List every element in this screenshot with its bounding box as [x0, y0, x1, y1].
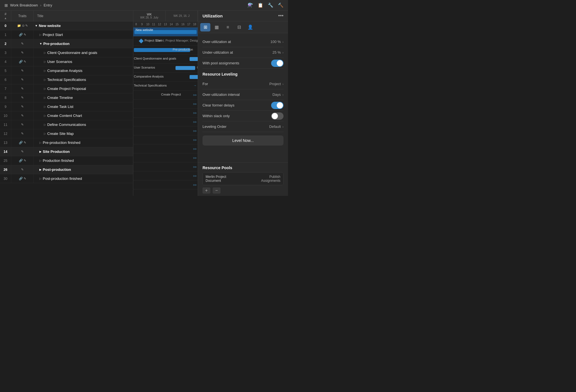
pools-toolbar: + −: [202, 185, 284, 196]
gantt-row[interactable]: User ScenariosCli...: [133, 64, 198, 72]
gantt-row[interactable]: >>: [133, 135, 198, 144]
task-row[interactable]: 6✎▷Technical Specifications: [0, 75, 133, 84]
export-icon[interactable]: 📋: [258, 3, 263, 8]
task-traits: ✎: [11, 111, 34, 120]
gantt-row[interactable]: >>: [133, 171, 198, 180]
task-row[interactable]: 5✎▷Comparative Analysis: [0, 66, 133, 75]
under-util-value-control[interactable]: 25 % ›: [273, 50, 284, 55]
gantt-row[interactable]: Client Questionnaire and goalsClient; Pr…: [133, 55, 198, 64]
task-traits: ✎: [11, 102, 34, 111]
clear-delays-toggle[interactable]: [271, 102, 284, 109]
task-list[interactable]: 0📁⊙✎▼New website1🔗✎▷Project Start2✎▼Pre-…: [0, 21, 133, 196]
leveling-order-control[interactable]: Default ›: [269, 124, 284, 129]
for-chevron: ›: [282, 82, 284, 86]
interval-chevron: ›: [282, 93, 284, 96]
gantt-row[interactable]: >>: [133, 99, 198, 108]
task-traits: ✎: [11, 84, 34, 93]
task-id: 4: [0, 57, 11, 66]
task-row[interactable]: 8✎▷Create Timeline: [0, 93, 133, 102]
gantt-row[interactable]: >>: [133, 144, 198, 153]
task-row[interactable]: 10✎▷Create Content Chart: [0, 111, 133, 120]
toolbar-controls-btn[interactable]: ⊞: [200, 23, 210, 31]
right-content: Over-utilization at 100 % › Under-utiliz…: [198, 33, 288, 162]
clear-delays-label: Clear former delays: [202, 103, 234, 107]
task-title: ▷Pre-production finished: [34, 141, 133, 145]
app-icon: ⊞: [4, 3, 8, 8]
gantt-row[interactable]: >>: [133, 126, 198, 135]
col-header-traits: Traits: [11, 11, 34, 21]
task-row[interactable]: 12✎▷Create Site Map: [0, 129, 133, 138]
task-id: 8: [0, 93, 11, 102]
triangle-icon: ▷: [39, 177, 42, 180]
within-slack-toggle[interactable]: [271, 112, 284, 120]
gantt-row[interactable]: Pre-production: [133, 46, 198, 55]
breadcrumb-root[interactable]: Work Breakdown: [10, 3, 38, 7]
remove-pool-button[interactable]: −: [213, 187, 220, 194]
task-title: ▷Define Communications: [34, 123, 133, 127]
col-header-title: Title: [34, 11, 133, 21]
task-row[interactable]: 2✎▼Pre-production: [0, 39, 133, 48]
toolbar-person-btn[interactable]: 👤: [245, 23, 255, 31]
task-row[interactable]: 4🔗✎▷User Scenarios: [0, 57, 133, 66]
task-row[interactable]: 13🔗✎▷Pre-production finished: [0, 138, 133, 147]
settings-icon[interactable]: 🔨: [278, 3, 284, 8]
gantt-row[interactable]: Comparative Analysis: [133, 72, 198, 81]
pool-row-merlin[interactable]: Merlin ProjectDocument PublishAssignment…: [203, 173, 283, 185]
task-row[interactable]: 25🔗✎▷Production finished: [0, 156, 133, 165]
gantt-row[interactable]: >>: [133, 180, 198, 189]
task-row[interactable]: 7✎▷Create Project Proposal: [0, 84, 133, 93]
gantt-row[interactable]: >>: [133, 153, 198, 162]
pool-assignments-row: With pool assignments: [202, 58, 284, 69]
gantt-row[interactable]: Project StartClient; Project Manager; De…: [133, 37, 198, 46]
task-traits: 📁⊙✎: [11, 21, 34, 30]
task-traits: ✎: [11, 93, 34, 102]
task-row[interactable]: 11✎▷Define Communications: [0, 120, 133, 129]
triangle-icon: ▼: [39, 42, 42, 45]
gantt-week-header-28: WK WK 28, 9. July: [133, 11, 166, 21]
edit-icon: ✎: [21, 123, 24, 126]
pool-assignments-label: With pool assignments: [202, 61, 239, 65]
breadcrumb: ⊞ Work Breakdown › Entry: [4, 3, 52, 8]
gantt-row[interactable]: New website: [133, 28, 198, 37]
edit-icon: ✎: [21, 114, 24, 117]
wrench-icon[interactable]: 🔧: [268, 3, 273, 8]
triangle-icon: ▷: [44, 87, 46, 90]
over-util-chevron: ›: [282, 40, 284, 44]
pool-action[interactable]: PublishAssignments: [261, 175, 280, 183]
leveling-order-chevron: ›: [282, 125, 284, 128]
gantt-row[interactable]: Technical Specifications→: [133, 81, 198, 90]
clip-icon: 🔗: [19, 60, 23, 64]
task-row[interactable]: 30🔗✎▷Post-production finished: [0, 174, 133, 183]
filter-icon[interactable]: ⚗️: [248, 3, 253, 8]
task-row[interactable]: 1🔗✎▷Project Start: [0, 30, 133, 39]
toolbar-sliders-btn[interactable]: ⊟: [234, 23, 244, 31]
over-util-interval-control[interactable]: Days ›: [273, 92, 284, 97]
task-title: ▷Create Timeline: [34, 96, 133, 100]
task-row[interactable]: 26✎▶Post-production: [0, 165, 133, 174]
toolbar-list-btn[interactable]: ≡: [223, 23, 233, 31]
for-row: For Project ›: [202, 79, 284, 89]
gantt-row[interactable]: >>: [133, 117, 198, 126]
over-util-value-control[interactable]: 100 % ›: [270, 40, 284, 44]
gantt-body[interactable]: New websiteProject StartClient; Project …: [133, 28, 198, 196]
gantt-row[interactable]: >>: [133, 108, 198, 117]
gantt-milestone: [139, 39, 144, 44]
more-menu-button[interactable]: •••: [278, 13, 284, 19]
pool-assignments-toggle[interactable]: [271, 60, 284, 67]
gantt-row[interactable]: >>: [133, 162, 198, 171]
level-now-button[interactable]: Level Now...: [202, 135, 284, 146]
edit-icon: ✎: [24, 60, 26, 64]
within-slack-label: Within slack only: [202, 114, 230, 118]
gantt-row[interactable]: Create Project>>: [133, 90, 198, 99]
task-row[interactable]: 14✎▶Site Production: [0, 147, 133, 156]
task-row[interactable]: 3✎▷Client Questionnaire and goals: [0, 48, 133, 57]
resource-pools-section: Resource Pools Merlin ProjectDocument Pu…: [198, 162, 288, 196]
breadcrumb-child[interactable]: Entry: [44, 3, 52, 7]
edit-icon: ✎: [24, 141, 26, 144]
task-row[interactable]: 9✎▷Create Task List: [0, 102, 133, 111]
triangle-icon: ▷: [39, 159, 42, 162]
for-value-control[interactable]: Project ›: [269, 82, 284, 86]
task-row[interactable]: 0📁⊙✎▼New website: [0, 21, 133, 30]
toolbar-calendar-btn[interactable]: ▦: [212, 23, 222, 31]
add-pool-button[interactable]: +: [202, 187, 210, 194]
